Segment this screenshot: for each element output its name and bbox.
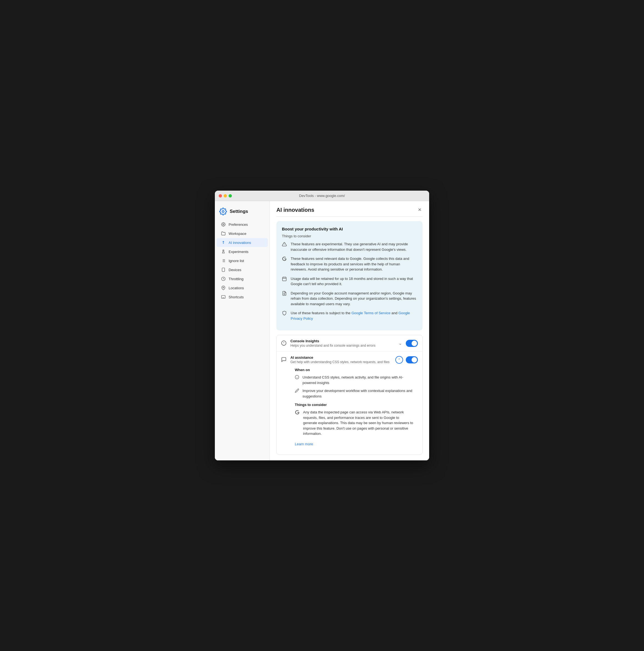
feature-header-ai-assistance: AI assistance Get help with understandin… bbox=[281, 355, 418, 364]
sidebar-label-devices: Devices bbox=[228, 268, 241, 272]
google-icon-1 bbox=[282, 256, 287, 262]
consideration-text-3: Usage data will be retained for up to 18… bbox=[291, 276, 417, 287]
sidebar-label-ai-innovations: AI innovations bbox=[228, 241, 251, 245]
console-insights-expand-button[interactable]: ⌄ bbox=[398, 340, 403, 347]
sidebar-title: Settings bbox=[230, 209, 248, 214]
feature-name-console-insights: Console Insights bbox=[290, 339, 394, 343]
workspace-icon bbox=[221, 231, 226, 236]
ai-assistance-collapse-button[interactable]: ⌃ bbox=[395, 356, 403, 364]
google-icon-2 bbox=[295, 410, 300, 415]
sidebar-label-shortcuts: Shortcuts bbox=[228, 295, 244, 299]
things-to-consider-title: Things to consider bbox=[295, 403, 413, 407]
close-window-button[interactable] bbox=[219, 194, 222, 197]
console-insights-icon bbox=[281, 340, 287, 346]
titlebar: DevTools - www.google.com/ bbox=[215, 191, 429, 201]
devices-icon bbox=[221, 267, 226, 272]
locations-icon bbox=[221, 285, 226, 290]
sidebar-item-locations[interactable]: Locations bbox=[216, 283, 268, 292]
sidebar-item-devices[interactable]: Devices bbox=[216, 265, 268, 274]
consideration-text-4: Depending on your Google account managem… bbox=[291, 290, 417, 307]
feature-name-ai-assistance: AI assistance bbox=[290, 355, 392, 360]
sidebar-item-experiments[interactable]: Experiments bbox=[216, 247, 268, 256]
info-card: Boost your productivity with AI Things t… bbox=[276, 221, 423, 331]
consideration-list: These features are experimental. They us… bbox=[282, 242, 417, 321]
ai-assistance-toggle[interactable] bbox=[406, 356, 418, 363]
svg-rect-16 bbox=[282, 277, 286, 281]
close-button[interactable]: ✕ bbox=[417, 207, 423, 213]
shortcuts-icon bbox=[221, 294, 226, 300]
main-content: Settings Preferences Workspace bbox=[215, 201, 429, 460]
shield-icon bbox=[282, 311, 287, 316]
ai-innovations-icon bbox=[221, 240, 226, 245]
when-on-item-2: Improve your development workflow with c… bbox=[295, 388, 413, 399]
feature-desc-console-insights: Helps you understand and fix console war… bbox=[290, 344, 394, 347]
svg-point-12 bbox=[223, 287, 224, 288]
feature-controls-ai-assistance: ⌃ bbox=[395, 356, 418, 364]
consideration-item-1: These features are experimental. They us… bbox=[282, 242, 417, 252]
feature-ai-assistance: AI assistance Get help with understandin… bbox=[277, 351, 422, 455]
features-card: Console Insights Helps you understand an… bbox=[276, 335, 423, 455]
when-on-text-2: Improve your development workflow with c… bbox=[303, 388, 413, 399]
when-on-title: When on bbox=[295, 368, 413, 372]
throttling-icon bbox=[221, 276, 226, 281]
sidebar-item-shortcuts[interactable]: Shortcuts bbox=[216, 292, 268, 301]
sidebar-header: Settings bbox=[215, 206, 270, 220]
minimize-window-button[interactable] bbox=[224, 194, 227, 197]
feature-header-console-insights: Console Insights Helps you understand an… bbox=[281, 339, 418, 347]
sidebar-label-throttling: Throttling bbox=[228, 277, 243, 281]
calendar-icon bbox=[282, 276, 287, 282]
ai-assistance-expanded: When on Understand CSS styles, network a… bbox=[281, 368, 418, 451]
ai-assistance-icon bbox=[281, 357, 287, 363]
pen-icon bbox=[295, 389, 300, 393]
sidebar: Settings Preferences Workspace bbox=[215, 201, 270, 460]
sidebar-item-ignore-list[interactable]: Ignore list bbox=[216, 256, 268, 265]
consideration-item-4: Depending on your Google account managem… bbox=[282, 290, 417, 307]
info-circle-icon bbox=[295, 375, 300, 380]
terms-of-service-link[interactable]: Google Terms of Service bbox=[351, 311, 391, 315]
consideration-text-2: These features send relevant data to Goo… bbox=[291, 256, 417, 272]
info-card-title: Boost your productivity with AI bbox=[282, 227, 417, 231]
sidebar-label-experiments: Experiments bbox=[228, 250, 248, 254]
console-insights-toggle[interactable] bbox=[406, 340, 418, 347]
main-area: AI innovations ✕ Boost your productivity… bbox=[270, 201, 429, 460]
sidebar-label-locations: Locations bbox=[228, 286, 244, 290]
privacy-policy-link[interactable]: Google Privacy Policy bbox=[291, 311, 410, 320]
settings-logo-icon bbox=[219, 208, 227, 215]
things-text-1: Any data the inspected page can access v… bbox=[303, 409, 413, 436]
maximize-window-button[interactable] bbox=[228, 194, 232, 197]
feature-info-console-insights: Console Insights Helps you understand an… bbox=[290, 339, 394, 347]
doc-icon bbox=[282, 291, 287, 297]
warning-icon bbox=[282, 242, 287, 247]
sidebar-item-throttling[interactable]: Throttling bbox=[216, 274, 268, 283]
sidebar-item-workspace[interactable]: Workspace bbox=[216, 229, 268, 238]
page-title: AI innovations bbox=[276, 207, 314, 213]
window-title: DevTools - www.google.com/ bbox=[299, 194, 345, 198]
svg-point-1 bbox=[223, 224, 224, 225]
things-item-1: Any data the inspected page can access v… bbox=[295, 409, 413, 436]
preferences-icon bbox=[221, 222, 226, 227]
info-card-subtitle: Things to consider bbox=[282, 234, 417, 238]
when-on-text-1: Understand CSS styles, network activity,… bbox=[303, 375, 413, 385]
feature-info-ai-assistance: AI assistance Get help with understandin… bbox=[290, 355, 392, 364]
experiments-icon bbox=[221, 249, 226, 254]
consideration-item-2: These features send relevant data to Goo… bbox=[282, 256, 417, 272]
traffic-lights bbox=[219, 194, 232, 197]
sidebar-nav: Preferences Workspace AI innovations bbox=[215, 220, 270, 301]
consideration-item-3: Usage data will be retained for up to 18… bbox=[282, 276, 417, 287]
when-on-item-1: Understand CSS styles, network activity,… bbox=[295, 375, 413, 385]
app-window: DevTools - www.google.com/ Settings Pref… bbox=[215, 191, 429, 460]
svg-rect-9 bbox=[222, 268, 224, 272]
consideration-text-1: These features are experimental. They us… bbox=[291, 242, 417, 252]
feature-console-insights: Console Insights Helps you understand an… bbox=[277, 335, 422, 351]
ignore-list-icon bbox=[221, 258, 226, 263]
sidebar-item-preferences[interactable]: Preferences bbox=[216, 220, 268, 229]
consideration-item-5: Use of these features is subject to the … bbox=[282, 310, 417, 321]
sidebar-label-preferences: Preferences bbox=[228, 222, 248, 227]
when-on-list: Understand CSS styles, network activity,… bbox=[295, 375, 413, 399]
consideration-text-5: Use of these features is subject to the … bbox=[291, 310, 417, 321]
sidebar-item-ai-innovations[interactable]: AI innovations bbox=[216, 238, 268, 247]
svg-point-0 bbox=[222, 211, 224, 213]
sidebar-label-ignore-list: Ignore list bbox=[228, 259, 244, 263]
learn-more-link[interactable]: Learn more bbox=[295, 442, 313, 446]
feature-desc-ai-assistance: Get help with understanding CSS styles, … bbox=[290, 360, 392, 364]
